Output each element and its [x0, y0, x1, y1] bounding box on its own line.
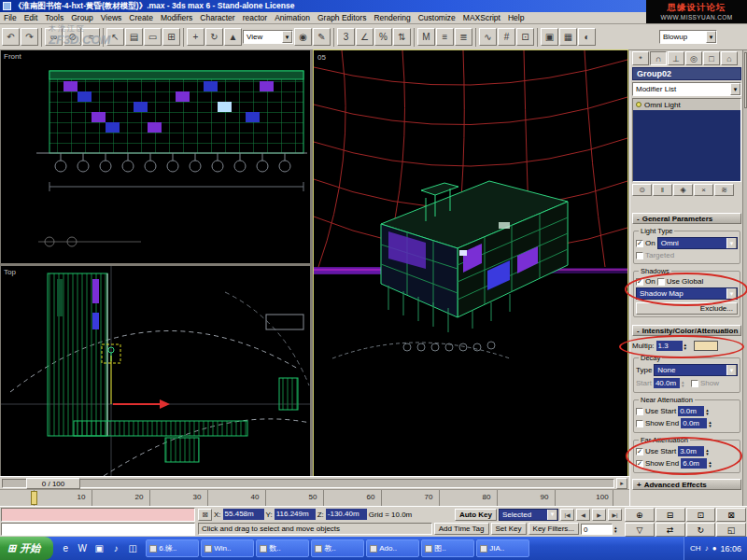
y-coordinate-field[interactable]: 116.249m	[275, 509, 316, 520]
maximize-viewport-icon[interactable]: ◱	[716, 523, 746, 537]
use-global-checkbox[interactable]	[657, 278, 665, 286]
angle-snap-icon[interactable]: ∠	[356, 28, 374, 46]
add-time-tag-button[interactable]: Add Time Tag	[434, 523, 489, 535]
render-type-dropdown[interactable]: Blowup	[659, 30, 717, 44]
media-player-icon[interactable]: W	[75, 541, 90, 556]
spinner-snap-icon[interactable]: ⇅	[393, 28, 411, 46]
multiplier-field[interactable]: 1.3	[656, 341, 683, 351]
window-crossing-icon[interactable]: ⊞	[162, 28, 180, 46]
redo-icon[interactable]: ↷	[21, 28, 38, 46]
menu-character[interactable]: Character	[196, 13, 238, 22]
near-show-checkbox[interactable]	[636, 420, 643, 427]
selection-filter-dropdown[interactable]: Selected	[499, 509, 558, 521]
perspective-viewport[interactable]: 05	[314, 50, 627, 476]
menu-reactor[interactable]: reactor	[239, 13, 271, 22]
pin-stack-icon[interactable]: ⊙	[632, 184, 652, 196]
decay-start-spinner[interactable]	[682, 380, 689, 387]
set-key-button[interactable]: Set Key	[491, 523, 527, 535]
field-of-view-icon[interactable]: ▽	[625, 523, 655, 537]
material-editor-icon[interactable]: ⊡	[516, 28, 534, 46]
menu-create[interactable]: Create	[125, 13, 157, 22]
start-button[interactable]: ⊞ 开始	[0, 537, 53, 560]
taskbar-task-6[interactable]: 图..	[421, 539, 474, 557]
menu-file[interactable]: File	[0, 13, 21, 22]
menu-views[interactable]: Views	[97, 13, 126, 22]
x-coordinate-field[interactable]: 55.458m	[223, 509, 264, 520]
quick-render-icon[interactable]: ◐	[578, 28, 596, 46]
next-frame-icon[interactable]: ▸	[616, 478, 627, 489]
show-end-result-icon[interactable]: ‖	[653, 184, 672, 196]
taskbar-task-4[interactable]: 教..	[311, 539, 364, 557]
volume-icon[interactable]: ♪	[705, 544, 709, 553]
light-on-checkbox[interactable]	[636, 240, 643, 247]
undo-icon[interactable]: ↶	[2, 28, 20, 46]
arc-rotate-icon[interactable]: ↻	[686, 523, 716, 537]
light-color-swatch[interactable]	[694, 341, 718, 351]
reference-coordinate-dropdown[interactable]: View	[243, 30, 293, 44]
configure-stack-icon[interactable]: ≋	[714, 184, 734, 196]
front-viewport[interactable]: Front	[1, 50, 310, 263]
zoom-icon[interactable]: ⊕	[625, 508, 655, 522]
light-type-dropdown[interactable]: Omni	[657, 237, 738, 249]
panel-scrollbar[interactable]	[742, 50, 747, 506]
bind-spacewarp-icon[interactable]: ≈	[82, 28, 100, 46]
make-unique-icon[interactable]: ◈	[673, 184, 693, 196]
zoom-extents-all-icon[interactable]: ⊠	[716, 508, 746, 522]
near-start-spinner[interactable]	[706, 408, 713, 415]
near-use-checkbox[interactable]	[636, 408, 643, 415]
far-start-field[interactable]: 3.0m	[678, 446, 704, 456]
ie-icon[interactable]: e	[58, 541, 73, 556]
unlink-icon[interactable]: ⊘	[63, 28, 81, 46]
tab-display-icon[interactable]: □	[703, 51, 720, 65]
render-scene-icon[interactable]: ▣	[541, 28, 558, 46]
menu-animation[interactable]: Animation	[271, 13, 314, 22]
snap-toggle-3d-icon[interactable]: 3	[337, 28, 355, 46]
z-coordinate-field[interactable]: -130.40m	[326, 509, 367, 520]
near-end-field[interactable]: 0.0m	[681, 418, 707, 428]
align-icon[interactable]: ≡	[436, 28, 454, 46]
far-use-checkbox[interactable]	[636, 448, 643, 455]
decay-start-field[interactable]: 40.0m	[654, 378, 680, 388]
targeted-checkbox[interactable]	[636, 252, 643, 259]
modifier-list-dropdown[interactable]: Modifier List	[632, 82, 741, 96]
shadows-on-checkbox[interactable]	[636, 278, 643, 286]
decay-type-dropdown[interactable]: None	[654, 364, 738, 376]
language-indicator[interactable]: CH	[690, 544, 701, 553]
select-rotate-icon[interactable]: ↻	[205, 28, 223, 46]
tab-hierarchy-icon[interactable]: ⊥	[668, 51, 684, 65]
menu-tools[interactable]: Tools	[41, 13, 67, 22]
menu-maxscript[interactable]: MAXScript	[459, 13, 504, 22]
time-slider-track[interactable]	[2, 479, 614, 488]
stack-item-omni-light[interactable]: Omni Light	[633, 99, 740, 110]
far-show-checkbox[interactable]	[636, 460, 643, 468]
menu-edit[interactable]: Edit	[21, 13, 42, 22]
menu-help[interactable]: Help	[504, 13, 528, 22]
go-to-end-icon[interactable]: ▶|	[608, 509, 622, 521]
music-icon[interactable]: ♪	[108, 541, 123, 556]
object-name-field[interactable]: Group02	[632, 67, 741, 80]
taskbar-task-5[interactable]: Ado..	[366, 539, 419, 557]
go-to-start-icon[interactable]: |◀	[560, 509, 574, 521]
rollout-general-parameters[interactable]: -General Parameters	[632, 213, 741, 224]
far-end-spinner[interactable]	[709, 460, 716, 468]
use-pivot-center-icon[interactable]: ◉	[294, 28, 312, 46]
schematic-view-icon[interactable]: #	[498, 28, 515, 46]
decay-show-checkbox[interactable]	[691, 380, 698, 387]
auto-key-button[interactable]: Auto Key	[455, 509, 497, 521]
far-end-field[interactable]: 6.0m	[681, 458, 707, 469]
current-frame-field[interactable]: 0	[581, 524, 613, 535]
track-bar[interactable]: 10 20 30 40 50 60 70 80 90 100	[0, 489, 629, 506]
modifier-stack[interactable]: Omni Light	[632, 98, 741, 182]
select-object-icon[interactable]: ↖	[106, 28, 124, 46]
select-move-icon[interactable]: +	[187, 28, 204, 46]
time-marker[interactable]	[31, 491, 37, 505]
folder-icon[interactable]: ◫	[125, 541, 140, 556]
rollout-advanced-effects[interactable]: +Advanced Effects	[632, 479, 741, 490]
frame-spinner[interactable]	[614, 525, 622, 533]
taskbar-task-1[interactable]: 6.缘..	[146, 539, 199, 557]
zoom-all-icon[interactable]: ⊟	[655, 508, 685, 522]
exclude-button[interactable]: Exclude...	[636, 302, 738, 315]
macro-recorder-field[interactable]	[1, 508, 195, 522]
previous-frame-icon[interactable]: ◀	[576, 509, 590, 521]
render-type-icon[interactable]: ▦	[559, 28, 577, 46]
